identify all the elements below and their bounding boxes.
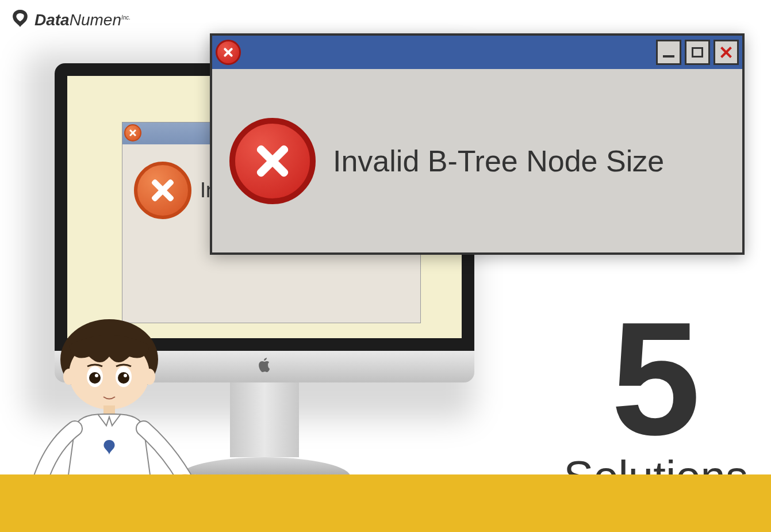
minimize-button[interactable] [656,40,681,65]
error-icon [229,118,316,204]
window-controls [656,40,739,65]
svg-point-8 [124,374,127,377]
svg-point-10 [144,369,155,385]
close-icon[interactable] [124,124,141,141]
close-icon[interactable] [216,40,241,65]
svg-point-5 [89,372,101,384]
svg-point-7 [95,374,98,377]
error-icon [134,162,191,219]
solutions-number: 5 [563,306,748,451]
main-error-window: Invalid B-Tree Node Size [210,33,745,255]
logo-icon [9,9,32,32]
maximize-button[interactable] [685,40,710,65]
yellow-footer-band [0,474,771,532]
solutions-headline: 5 Solutions [563,306,748,503]
main-error-text: Invalid B-Tree Node Size [333,144,664,178]
svg-point-6 [118,372,129,384]
logo-text: DataNumenInc. [34,11,131,29]
datanumen-logo: DataNumenInc. [9,9,131,32]
main-window-body: Invalid B-Tree Node Size [212,69,742,252]
close-button[interactable] [714,40,739,65]
svg-point-0 [21,14,24,17]
apple-logo-icon [258,357,271,377]
main-window-titlebar [212,36,742,69]
svg-point-9 [63,369,75,385]
monitor-stand [230,382,299,457]
